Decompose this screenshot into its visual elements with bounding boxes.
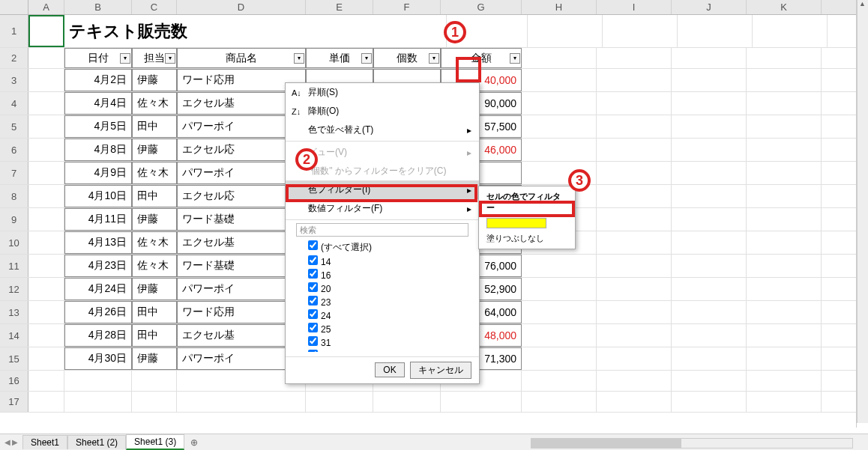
cell-rep[interactable]: 伊藤	[132, 347, 177, 370]
row-header[interactable]: 5	[0, 115, 28, 138]
row-header[interactable]: 15	[0, 347, 28, 370]
chk-item[interactable]	[308, 255, 318, 265]
row-header[interactable]: 7	[0, 162, 28, 184]
header-amount[interactable]: 金額▾	[441, 48, 522, 68]
menu-sort-asc[interactable]: A↓昇順(S)	[286, 83, 479, 102]
cell-date[interactable]: 4月2日	[64, 69, 132, 91]
header-price[interactable]: 単価▾	[306, 48, 373, 68]
chk-item[interactable]	[308, 282, 318, 292]
tab-sheet1[interactable]: Sheet1	[22, 435, 67, 449]
menu-sort-color[interactable]: 色で並べ替え(T)▸	[286, 121, 479, 139]
cell-date[interactable]: 4月9日	[64, 162, 132, 184]
cell-rep[interactable]: 田中	[132, 185, 177, 207]
filter-btn-qty[interactable]: ▾	[429, 53, 439, 64]
horizontal-scrollbar[interactable]	[531, 438, 853, 449]
tab-next-icon[interactable]: ▶	[12, 438, 18, 446]
col-header-C[interactable]: C	[132, 0, 177, 14]
row-header-17[interactable]: 17	[0, 392, 28, 412]
chk-item[interactable]	[308, 336, 318, 346]
cell-rep[interactable]: 佐々木	[132, 92, 177, 115]
menu-number-filter[interactable]: 数値フィルター(F)▸	[286, 199, 479, 218]
add-sheet-button[interactable]: ⊕	[184, 437, 204, 448]
tab-sheet1-3[interactable]: Sheet1 (3)	[126, 434, 184, 450]
col-header-H[interactable]: H	[522, 0, 597, 14]
col-header-J[interactable]: J	[672, 0, 747, 14]
header-qty[interactable]: 個数▾	[373, 48, 441, 68]
title-cell[interactable]: テキスト販売数	[64, 15, 447, 47]
tab-sheet1-2[interactable]: Sheet1 (2)	[67, 435, 126, 449]
chk-item[interactable]	[308, 350, 318, 352]
row-header-1[interactable]: 1	[0, 15, 28, 47]
row-header[interactable]: 8	[0, 185, 28, 207]
menu-color-filter[interactable]: 色フィルター(I)▸	[286, 180, 479, 199]
row-header-2[interactable]: 2	[0, 48, 28, 68]
col-header-E[interactable]: E	[306, 0, 373, 14]
header-product[interactable]: 商品名▾	[177, 48, 306, 68]
col-header-A[interactable]: A	[28, 0, 64, 14]
cancel-button[interactable]: キャンセル	[410, 362, 471, 379]
filter-search-input[interactable]	[296, 223, 468, 237]
filter-btn-product[interactable]: ▾	[294, 53, 304, 64]
cell-date[interactable]: 4月23日	[64, 255, 132, 277]
chevron-right-icon: ▸	[467, 148, 471, 158]
cell-rep[interactable]: 田中	[132, 324, 177, 347]
row-header[interactable]: 9	[0, 208, 28, 231]
cell-rep[interactable]: 伊藤	[132, 69, 177, 91]
cell-date[interactable]: 4月26日	[64, 301, 132, 323]
row-header[interactable]: 4	[0, 92, 28, 115]
col-header-G[interactable]: G	[441, 0, 522, 14]
row-header[interactable]: 14	[0, 324, 28, 347]
filter-btn-rep[interactable]: ▾	[165, 53, 175, 64]
chk-all[interactable]	[308, 240, 318, 250]
col-header-F[interactable]: F	[373, 0, 441, 14]
header-rep[interactable]: 担当▾	[132, 48, 177, 68]
cell-date[interactable]: 4月5日	[64, 115, 132, 138]
menu-sort-desc[interactable]: Z↓降順(O)	[286, 102, 479, 121]
chk-item[interactable]	[308, 323, 318, 332]
cell-rep[interactable]: 田中	[132, 115, 177, 138]
col-header-D[interactable]: D	[177, 0, 306, 14]
cell-rep[interactable]: 伊藤	[132, 278, 177, 300]
cell-date[interactable]: 4月24日	[64, 278, 132, 300]
cell-rep[interactable]: 佐々木	[132, 162, 177, 184]
filter-btn-date[interactable]: ▾	[120, 53, 130, 64]
filter-btn-amount[interactable]: ▾	[510, 53, 520, 64]
chk-item[interactable]	[308, 309, 318, 319]
submenu-yellow[interactable]	[479, 216, 575, 231]
color-filter-submenu: セルの色でフィルター 塗りつぶしなし	[478, 186, 576, 249]
cell-rep[interactable]: 伊藤	[132, 208, 177, 231]
scroll-up-icon[interactable]: ▲	[858, 0, 867, 10]
cell-rep[interactable]: 佐々木	[132, 255, 177, 277]
cell-A1[interactable]	[28, 15, 64, 47]
annotation-3: 3	[568, 169, 591, 192]
filter-btn-price[interactable]: ▾	[361, 53, 372, 64]
col-header-K[interactable]: K	[747, 0, 822, 14]
cell-date[interactable]: 4月4日	[64, 92, 132, 115]
select-all-corner[interactable]	[0, 0, 28, 14]
col-header-I[interactable]: I	[597, 0, 672, 14]
row-header[interactable]: 12	[0, 278, 28, 300]
row-header[interactable]: 10	[0, 231, 28, 254]
col-header-B[interactable]: B	[64, 0, 132, 14]
row-header[interactable]: 3	[0, 69, 28, 91]
cell-date[interactable]: 4月13日	[64, 231, 132, 254]
cell-date[interactable]: 4月8日	[64, 139, 132, 161]
chk-item[interactable]	[308, 296, 318, 305]
cell-rep[interactable]: 田中	[132, 301, 177, 323]
tab-prev-icon[interactable]: ◀	[4, 438, 10, 446]
submenu-nofill[interactable]: 塗りつぶしなし	[479, 231, 575, 246]
row-header[interactable]: 11	[0, 255, 28, 277]
row-header[interactable]: 6	[0, 139, 28, 161]
chk-item[interactable]	[308, 269, 318, 279]
ok-button[interactable]: OK	[375, 362, 404, 377]
row-header[interactable]: 13	[0, 301, 28, 323]
cell-date[interactable]: 4月10日	[64, 185, 132, 207]
cell-rep[interactable]: 佐々木	[132, 231, 177, 254]
cell-date[interactable]: 4月30日	[64, 347, 132, 370]
row-header-16[interactable]: 16	[0, 371, 28, 391]
cell-date[interactable]: 4月28日	[64, 324, 132, 347]
header-date[interactable]: 日付▾	[64, 48, 132, 68]
cell-date[interactable]: 4月11日	[64, 208, 132, 231]
cell-rep[interactable]: 伊藤	[132, 139, 177, 161]
vertical-scrollbar[interactable]: ▲	[857, 0, 868, 423]
